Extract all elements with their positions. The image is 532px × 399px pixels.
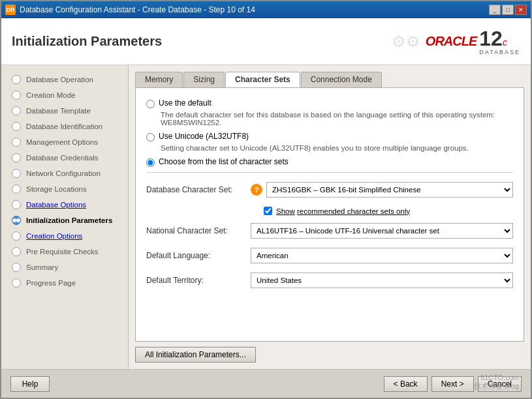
sidebar-item-8[interactable]: Database Options [1, 197, 128, 213]
sidebar-bullet-0 [12, 75, 21, 84]
default-territory-label: Default Territory: [146, 276, 251, 285]
sidebar-label-1: Creation Mode [26, 91, 75, 99]
next-button[interactable]: Next > [431, 376, 474, 392]
sidebar-item-3: Database Identification [1, 119, 128, 134]
default-territory-control: United States United Kingdom France Germ… [251, 273, 513, 288]
radio-use-unicode-row: Use Unicode (AL32UTF8) [146, 132, 513, 141]
close-button[interactable]: ✕ [515, 5, 527, 15]
tab-character-sets[interactable]: Character Sets [225, 72, 300, 87]
all-init-params-button[interactable]: All Initialization Parameters... [135, 347, 256, 362]
title-bar: DB Database Configuration Assistant - Cr… [1, 1, 531, 18]
oracle-db-label: DATABASE [479, 49, 520, 55]
sidebar-item-0: Database Operation [1, 72, 128, 87]
sidebar-bullet-3 [12, 122, 21, 131]
default-language-control: American English French German Spanish J… [251, 248, 513, 263]
cancel-button[interactable]: Cancel [478, 376, 522, 392]
main-window: DB Database Configuration Assistant - Cr… [0, 0, 532, 399]
maximize-button[interactable]: □ [502, 5, 514, 15]
sidebar-label-11: Pre Requisite Checks [26, 248, 99, 256]
tab-memory[interactable]: Memory [135, 72, 183, 87]
tab-sizing[interactable]: Sizing [183, 72, 225, 87]
sidebar-label-4: Management Options [26, 138, 98, 146]
divider [146, 172, 513, 173]
sidebar-label-9: Initialization Parameters [26, 216, 112, 224]
radio-use-default-row: Use the default [146, 98, 513, 108]
sidebar-label-10: Creation Options [26, 232, 82, 240]
sidebar-bullet-8 [12, 200, 21, 209]
radio-unicode-description: Setting character set to Unicode (AL32UT… [161, 144, 513, 152]
radio-use-default-label[interactable]: Use the default [159, 98, 211, 108]
radio-choose-list-row: Choose from the list of character sets [146, 157, 513, 167]
sidebar-bullet-12 [12, 263, 21, 272]
oracle-logo: ORACLE 12 c DATABASE [426, 28, 520, 55]
default-territory-select[interactable]: United States United Kingdom France Germ… [251, 273, 513, 288]
db-char-set-label: Database Character Set: [146, 185, 251, 194]
national-char-set-label: National Character Set: [146, 226, 251, 235]
sidebar-bullet-11 [12, 247, 21, 256]
sidebar-label-6: Network Configuration [26, 170, 101, 177]
sidebar-item-6: Network Configuration [1, 166, 128, 181]
app-icon: DB [5, 5, 16, 15]
sidebar-bullet-4 [12, 138, 21, 147]
sidebar-item-7: Storage Locations [1, 181, 128, 197]
gear-decorative-icon: ⚙⚙ [392, 33, 420, 51]
national-char-set-select[interactable]: AL16UTF16 – Unicode UTF-16 Universal cha… [251, 223, 513, 239]
sidebar-bullet-9 [12, 216, 21, 225]
default-language-label: Default Language: [146, 251, 251, 260]
minimize-button[interactable]: _ [489, 5, 501, 15]
sidebar-label-3: Database Identification [26, 123, 102, 130]
tab-content-character-sets: Use the default The default character se… [135, 87, 524, 342]
sidebar-bullet-5 [12, 153, 21, 162]
radio-use-default[interactable] [146, 100, 155, 108]
sidebar-bullet-7 [12, 185, 21, 194]
header-area: Initialization Parameters ⚙⚙ ORACLE 12 c… [1, 18, 531, 65]
back-button[interactable]: < Back [384, 376, 428, 392]
window-title: Database Configuration Assistant - Creat… [20, 5, 255, 14]
default-language-row: Default Language: American English Frenc… [146, 248, 513, 263]
show-recommended-label[interactable]: Show recommended character sets only [276, 207, 410, 215]
help-button[interactable]: Help [10, 376, 50, 392]
sidebar-bullet-13 [12, 278, 21, 288]
sidebar-label-7: Storage Locations [26, 185, 87, 193]
national-char-set-control: AL16UTF16 – Unicode UTF-16 Universal cha… [251, 223, 513, 239]
radio-choose-list[interactable] [146, 158, 155, 167]
sidebar-label-2: Database Template [26, 107, 91, 115]
db-char-set-control: ? ZHS16GBK – GBK 16-bit Simplified Chine… [251, 182, 513, 198]
title-bar-left: DB Database Configuration Assistant - Cr… [5, 5, 255, 15]
sidebar-item-10[interactable]: Creation Options [1, 228, 128, 244]
db-char-set-row: Database Character Set: ? ZHS16GBK – GBK… [146, 182, 513, 198]
main-panel: Memory Sizing Character Sets Connection … [129, 65, 531, 369]
bottom-left: Help [10, 376, 50, 392]
sidebar-item-13: Progress Page [1, 275, 128, 291]
radio-choose-list-label[interactable]: Choose from the list of character sets [159, 157, 289, 166]
sidebar-item-2: Database Template [1, 103, 128, 119]
sidebar-item-5: Database Credentials [1, 150, 128, 166]
default-territory-row: Default Territory: United States United … [146, 273, 513, 288]
radio-use-unicode-label[interactable]: Use Unicode (AL32UTF8) [159, 132, 249, 141]
content-area: Database OperationCreation ModeDatabase … [1, 65, 531, 369]
sidebar-bullet-2 [12, 106, 21, 115]
sidebar-label-5: Database Credentials [26, 154, 99, 162]
sidebar-item-11: Pre Requisite Checks [1, 244, 128, 259]
sidebar-item-9: Initialization Parameters [1, 213, 128, 228]
oracle-version-sup: c [503, 37, 507, 48]
hint-icon: ? [251, 184, 262, 196]
radio-use-unicode[interactable] [146, 133, 155, 141]
title-buttons: _ □ ✕ [489, 5, 527, 15]
tab-bar: Memory Sizing Character Sets Connection … [135, 72, 524, 87]
oracle-branding: ⚙⚙ ORACLE 12 c DATABASE [392, 28, 520, 55]
bottom-right: < Back Next > Cancel [384, 376, 522, 392]
tab-connection-mode[interactable]: Connection Mode [301, 72, 382, 87]
national-char-set-row: National Character Set: AL16UTF16 – Unic… [146, 223, 513, 239]
sidebar-label-13: Progress Page [26, 279, 76, 287]
sidebar: Database OperationCreation ModeDatabase … [1, 65, 129, 369]
sidebar-label-0: Database Operation [26, 76, 93, 83]
sidebar-item-12: Summary [1, 259, 128, 275]
sidebar-bullet-1 [12, 91, 21, 100]
oracle-brand-text: ORACLE [426, 34, 477, 49]
default-language-select[interactable]: American English French German Spanish J… [251, 248, 513, 263]
sidebar-bullet-10 [12, 231, 21, 241]
db-char-set-select[interactable]: ZHS16GBK – GBK 16-bit Simplified Chinese… [266, 182, 513, 198]
show-recommended-checkbox[interactable] [264, 207, 272, 215]
sidebar-item-4: Management Options [1, 134, 128, 150]
